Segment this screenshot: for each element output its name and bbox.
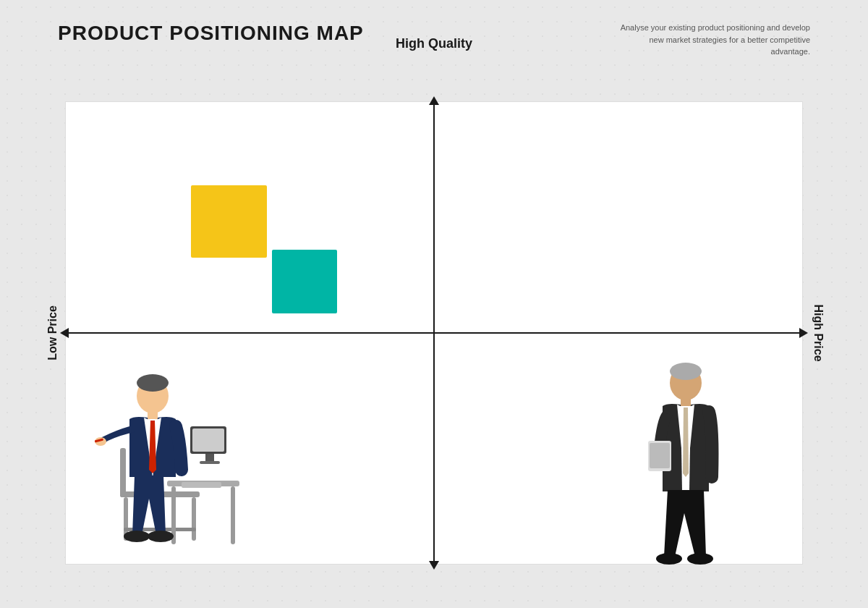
svg-rect-7 [231, 486, 235, 544]
svg-point-26 [687, 553, 713, 565]
svg-rect-9 [192, 428, 224, 452]
axis-left-label: Low Price [46, 305, 59, 360]
svg-rect-15 [148, 410, 158, 419]
page-title: PRODUCT POSITIONING MAP [58, 22, 364, 45]
svg-rect-11 [200, 461, 220, 464]
axis-right-label: High Price [811, 304, 824, 361]
svg-point-14 [137, 374, 169, 392]
svg-rect-22 [681, 397, 691, 406]
svg-rect-24 [650, 443, 670, 468]
svg-rect-3 [192, 497, 196, 541]
chart-area [65, 101, 803, 565]
svg-point-21 [670, 363, 702, 380]
svg-rect-1 [120, 448, 126, 497]
svg-point-18 [124, 531, 150, 542]
product-square-teal[interactable] [272, 250, 337, 313]
axis-top-label: High Quality [396, 36, 472, 51]
svg-rect-12 [182, 482, 221, 488]
svg-rect-10 [205, 454, 214, 461]
vertical-axis [433, 102, 435, 564]
person-right [628, 347, 744, 571]
chart-wrapper: High Quality Low Quality Low Price High … [65, 80, 803, 586]
page-content: PRODUCT POSITIONING MAP Analyse your exi… [0, 0, 868, 608]
svg-point-25 [656, 553, 682, 565]
person-left [80, 347, 239, 571]
product-square-yellow[interactable] [191, 185, 267, 258]
svg-point-19 [148, 531, 174, 542]
subtitle: Analyse your existing product positionin… [608, 22, 810, 58]
